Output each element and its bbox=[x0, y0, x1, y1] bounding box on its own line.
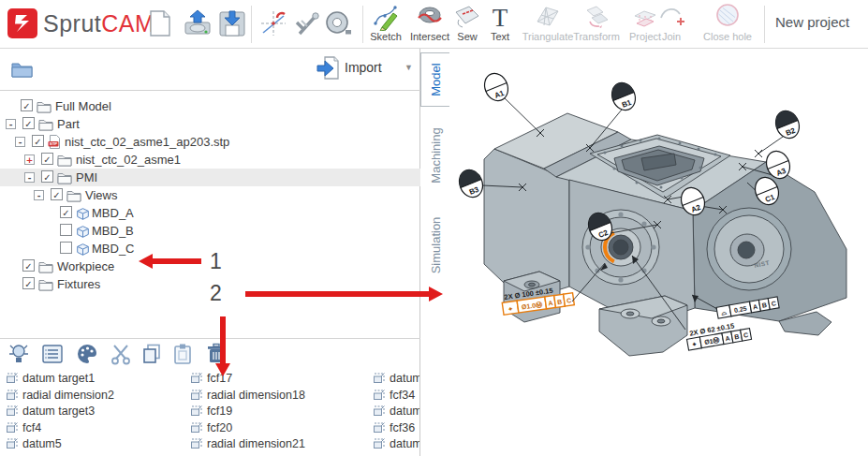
datum-balloon-b3[interactable]: B3 bbox=[455, 167, 486, 201]
tree-label: PMI bbox=[76, 169, 97, 186]
pmi-item-label: datum5 bbox=[22, 437, 62, 450]
tree-row-full-model[interactable]: ✓ Full Model bbox=[0, 97, 420, 115]
tab-model-label: Model bbox=[429, 63, 443, 96]
tree-label: nist_ctc_02_asme1_ap203.stp bbox=[65, 133, 229, 151]
folder-button-icon[interactable] bbox=[11, 61, 33, 78]
measure-tape-icon[interactable] bbox=[324, 9, 352, 37]
close-hole-button[interactable]: Close hole bbox=[699, 3, 757, 42]
pmi-item[interactable]: datum5 bbox=[6, 436, 185, 453]
join-label: Join bbox=[653, 31, 690, 42]
panel-divider bbox=[0, 338, 420, 339]
datum-balloon-b2[interactable]: B2 bbox=[772, 108, 802, 142]
pmi-item[interactable]: fcf20 bbox=[190, 420, 370, 437]
new-document-icon[interactable] bbox=[146, 9, 174, 37]
open-project-icon[interactable] bbox=[184, 9, 212, 37]
checkbox[interactable]: ✓ bbox=[21, 99, 33, 111]
pmi-item-label: fcf36 bbox=[390, 421, 415, 434]
checkbox[interactable]: ✓ bbox=[22, 117, 35, 129]
collapse-toggle[interactable]: - bbox=[15, 137, 25, 147]
collapse-toggle[interactable]: - bbox=[24, 172, 35, 183]
collapse-toggle[interactable]: - bbox=[34, 190, 44, 200]
tab-model[interactable]: Model bbox=[420, 52, 449, 107]
tree-panel-header: Import ▼ bbox=[0, 49, 420, 91]
checkbox[interactable]: ✓ bbox=[41, 153, 53, 165]
tree-row-part[interactable]: - ✓ Part bbox=[0, 115, 420, 133]
tree-label: MBD_B bbox=[92, 222, 134, 240]
tree-row-mbd-a[interactable]: ✓ MBD_A bbox=[0, 204, 420, 222]
callout-number-1: 1 bbox=[210, 249, 222, 274]
pmi-item[interactable]: fcf34 bbox=[373, 388, 419, 405]
text-button[interactable]: T Text bbox=[473, 3, 527, 42]
transform-label: Transform bbox=[569, 31, 624, 42]
pmi-item[interactable]: datum bbox=[373, 436, 419, 453]
tree-row-nist-folder[interactable]: + ✓ nist_ctc_02_asme1 bbox=[0, 151, 420, 169]
checkbox[interactable]: ✓ bbox=[41, 170, 53, 183]
toolbar-separator bbox=[764, 6, 765, 43]
pmi-item-label: datum bbox=[390, 437, 419, 450]
pmi-item-label: datum target3 bbox=[22, 405, 95, 418]
checkbox[interactable] bbox=[60, 224, 72, 236]
join-button[interactable]: Join bbox=[653, 3, 690, 42]
text-label: Text bbox=[473, 31, 527, 42]
import-icon bbox=[316, 56, 339, 81]
datum-balloon-b1[interactable]: B1 bbox=[608, 80, 639, 114]
callout-number-2: 2 bbox=[210, 281, 222, 306]
tree-row-stp-file[interactable]: - ✓ STP nist_ctc_02_asme1_ap203.stp bbox=[0, 133, 420, 151]
triangulate-icon bbox=[534, 3, 562, 31]
tab-machining[interactable]: Machining bbox=[420, 112, 449, 199]
transform-button[interactable]: Transform bbox=[569, 3, 624, 42]
import-label: Import bbox=[345, 60, 382, 75]
copy-tool-icon[interactable] bbox=[140, 343, 163, 365]
callout-arrow-1-head bbox=[139, 254, 153, 269]
app-title: SprutCAM bbox=[43, 0, 154, 49]
checkbox[interactable]: ✓ bbox=[51, 188, 63, 200]
3d-viewport[interactable]: A1 B1 B2 A3 C1 B3 A2 C2 2X Ø 100 ±0.15 ⌖ bbox=[449, 49, 868, 456]
sketch-icon bbox=[372, 3, 400, 31]
cut-tool-icon[interactable] bbox=[110, 343, 132, 365]
import-button[interactable]: Import ▼ bbox=[316, 56, 418, 82]
pmi-item[interactable]: fcf36 bbox=[373, 420, 419, 437]
tree-row-pmi[interactable]: - ✓ PMI bbox=[0, 169, 420, 186]
fcf-symbol: ⌖ bbox=[508, 305, 513, 313]
tree-label: Part bbox=[57, 115, 80, 133]
pmi-item[interactable]: radial dimension21 bbox=[190, 436, 370, 453]
transform-icon bbox=[582, 3, 611, 31]
tab-machining-label: Machining bbox=[428, 127, 442, 183]
datum-balloon-a1[interactable]: A1 bbox=[480, 70, 511, 105]
checkbox[interactable]: ✓ bbox=[32, 135, 44, 147]
pmi-item-label: radial dimension18 bbox=[207, 389, 305, 402]
snap-icon[interactable] bbox=[259, 9, 287, 37]
checkbox[interactable] bbox=[60, 242, 72, 254]
new-project-label[interactable]: New project bbox=[775, 0, 849, 49]
collapse-toggle[interactable]: - bbox=[6, 119, 16, 129]
text-icon: T bbox=[486, 3, 514, 31]
import-dropdown-caret[interactable]: ▼ bbox=[405, 63, 413, 72]
pmi-item[interactable]: fcf19 bbox=[190, 404, 370, 420]
pmi-item[interactable]: fcf4 bbox=[6, 420, 185, 437]
part-body bbox=[484, 113, 846, 356]
highlight-tool-icon[interactable] bbox=[7, 343, 30, 365]
checkbox[interactable]: ✓ bbox=[22, 277, 35, 289]
pmi-item[interactable]: radial dimension2 bbox=[6, 388, 185, 405]
tree-label: Views bbox=[85, 186, 117, 204]
save-project-icon[interactable] bbox=[218, 9, 246, 37]
tree-row-mbd-b[interactable]: MBD_B bbox=[0, 222, 420, 240]
checkbox[interactable]: ✓ bbox=[60, 206, 72, 218]
paste-tool-icon[interactable] bbox=[171, 343, 194, 365]
properties-tool-icon[interactable] bbox=[41, 343, 64, 365]
triangulate-button[interactable]: Triangulate bbox=[521, 3, 575, 42]
pmi-item[interactable]: datum bbox=[373, 404, 419, 420]
pmi-item[interactable]: datum target3 bbox=[6, 404, 185, 420]
checkbox[interactable]: ✓ bbox=[22, 259, 35, 272]
pmi-item[interactable]: datum bbox=[373, 371, 419, 388]
pmi-annotation-dia62[interactable]: 2X Ø 62 ±0.15 ⌖ Ø1Ⓜ A B C bbox=[685, 319, 752, 350]
pmi-item[interactable]: datum target1 bbox=[6, 371, 185, 388]
tab-simulation[interactable]: Simulation bbox=[420, 202, 449, 288]
caliper-icon[interactable] bbox=[293, 9, 321, 37]
pmi-list-column-1: datum target1 radial dimension2 datum ta… bbox=[6, 371, 185, 456]
expand-toggle[interactable]: + bbox=[24, 154, 35, 165]
pmi-list-column-2: fcf17 radial dimension18 fcf19 fcf20 rad… bbox=[190, 371, 370, 456]
tree-row-views[interactable]: - ✓ Views bbox=[0, 186, 420, 204]
pmi-item[interactable]: radial dimension18 bbox=[190, 388, 370, 405]
palette-tool-icon[interactable] bbox=[76, 343, 98, 365]
